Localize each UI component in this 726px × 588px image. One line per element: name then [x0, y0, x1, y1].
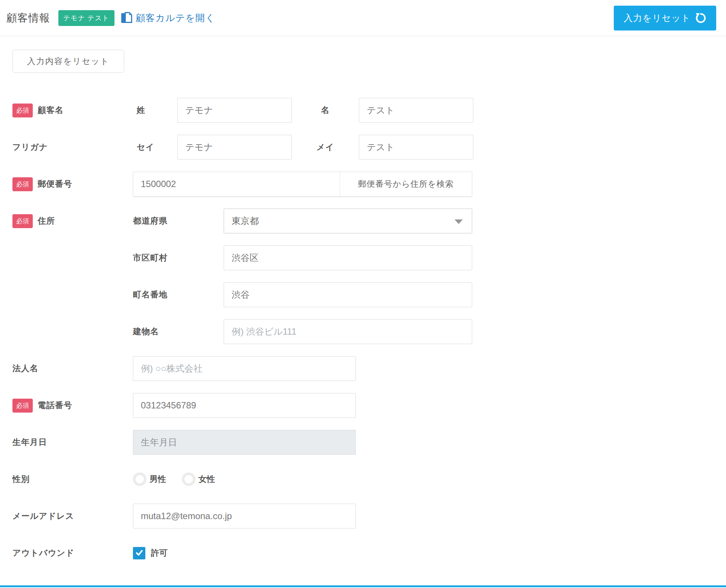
customer-name-badge: テモナ テスト: [58, 10, 114, 26]
last-name-label: 姓: [133, 105, 177, 116]
copy-document-icon: [121, 12, 133, 24]
gender-male-label: 男性: [149, 474, 166, 485]
required-badge: 必須: [12, 104, 33, 117]
reset-contents-button[interactable]: 入力内容をリセット: [12, 50, 124, 73]
prefecture-select[interactable]: 東京都: [224, 209, 472, 233]
page-header: 顧客情報 テモナ テスト 顧客カルテを開く 入力をリセット: [0, 0, 726, 36]
address-label: 住所: [38, 215, 55, 227]
page-title: 顧客情報: [6, 11, 50, 25]
postal-code-label: 郵便番号: [38, 178, 72, 190]
mei-label: メイ: [292, 142, 359, 153]
city-input[interactable]: [224, 245, 472, 270]
chevron-down-icon: [455, 219, 463, 224]
gender-label: 性別: [12, 474, 30, 485]
prefecture-label: 都道府県: [133, 209, 224, 233]
phone-input[interactable]: [133, 393, 356, 418]
gender-female-radio[interactable]: 女性: [182, 472, 215, 486]
corporate-name-row: 法人名: [12, 356, 726, 381]
gender-female-label: 女性: [198, 474, 215, 485]
street-input[interactable]: [224, 282, 472, 307]
outbound-label: アウトバウンド: [12, 547, 75, 559]
first-name-input[interactable]: [359, 98, 473, 123]
city-label: 市区町村: [133, 245, 224, 270]
reset-input-button[interactable]: 入力をリセット: [614, 6, 716, 30]
birthdate-label: 生年月日: [12, 437, 47, 448]
radio-unchecked-icon: [182, 472, 195, 486]
birthdate-row: 生年月日: [12, 430, 726, 455]
outbound-allow-label: 許可: [151, 547, 168, 559]
bottom-accent-bar: [0, 585, 726, 587]
customer-form: 入力内容をリセット 必須 顧客名 姓 名 フリガナ セイ メイ 必須 郵便番号 …: [0, 36, 726, 565]
birthdate-input[interactable]: [133, 430, 356, 455]
building-subrow: 建物名: [133, 319, 472, 344]
email-row: メールアドレス: [12, 504, 726, 529]
open-customer-karte-link[interactable]: 顧客カルテを開く: [121, 12, 215, 24]
required-badge: 必須: [12, 399, 33, 413]
mei-input[interactable]: [359, 135, 473, 160]
street-subrow: 町名番地: [133, 282, 472, 307]
outbound-row: アウトバウンド 許可: [12, 541, 726, 565]
undo-rotate-icon: [695, 12, 706, 24]
checkbox-checked-icon: [133, 547, 145, 559]
postal-code-row: 必須 郵便番号 郵便番号から住所を検索: [12, 172, 726, 197]
customer-name-row: 必須 顧客名 姓 名: [12, 98, 726, 123]
building-label: 建物名: [133, 319, 224, 344]
sei-input[interactable]: [177, 135, 292, 160]
address-row: 必須 住所 都道府県 東京都 市区町村 町名番地 建物名: [12, 209, 726, 344]
customer-name-label: 顧客名: [38, 105, 64, 116]
furigana-row: フリガナ セイ メイ: [12, 135, 726, 160]
last-name-input[interactable]: [177, 98, 292, 123]
outbound-allow-checkbox[interactable]: 許可: [133, 547, 168, 559]
prefecture-subrow: 都道府県 東京都: [133, 209, 472, 233]
reset-input-button-label: 入力をリセット: [624, 12, 691, 24]
gender-row: 性別 男性 女性: [12, 467, 726, 492]
email-input[interactable]: [133, 504, 356, 529]
sei-label: セイ: [133, 142, 177, 153]
gender-male-radio[interactable]: 男性: [133, 472, 166, 486]
radio-unchecked-icon: [133, 472, 146, 486]
building-input[interactable]: [224, 319, 472, 344]
phone-label: 電話番号: [38, 400, 72, 411]
corporate-name-input[interactable]: [133, 356, 356, 381]
city-subrow: 市区町村: [133, 245, 472, 270]
required-badge: 必須: [12, 177, 33, 191]
required-badge: 必須: [12, 214, 33, 228]
phone-row: 必須 電話番号: [12, 393, 726, 418]
open-customer-karte-label: 顧客カルテを開く: [136, 12, 215, 24]
corporate-name-label: 法人名: [12, 363, 38, 374]
furigana-label: フリガナ: [12, 142, 48, 153]
street-label: 町名番地: [133, 282, 224, 307]
postal-code-input[interactable]: [133, 172, 340, 196]
postal-address-search-button[interactable]: 郵便番号から住所を検索: [340, 172, 472, 196]
first-name-label: 名: [292, 105, 359, 116]
prefecture-select-value: 東京都: [232, 215, 259, 227]
email-label: メールアドレス: [12, 510, 74, 522]
